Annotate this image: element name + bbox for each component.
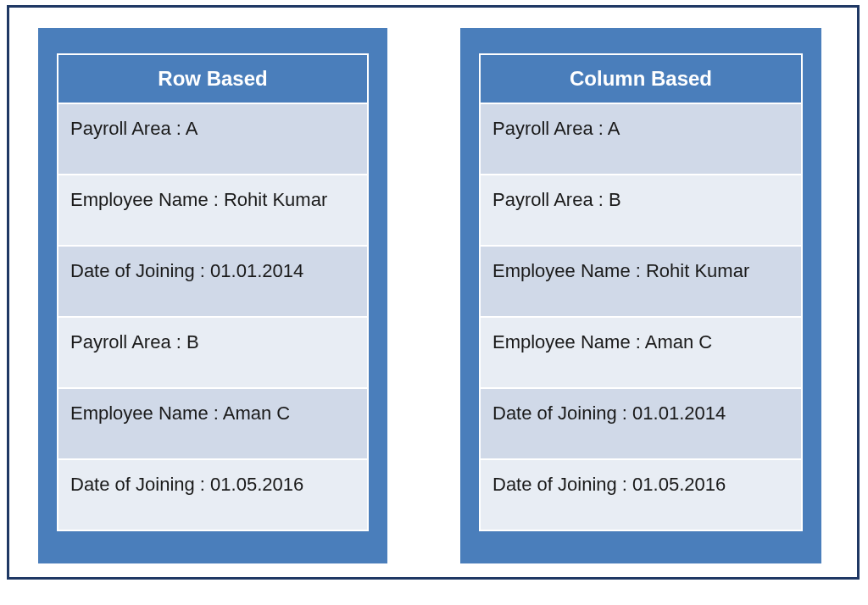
table-row: Payroll Area : B (58, 317, 368, 388)
table-row: Date of Joining : 01.05.2016 (480, 459, 802, 530)
table-row: Employee Name : Rohit Kumar (480, 246, 802, 317)
column-based-panel: Column Based Payroll Area : A Payroll Ar… (460, 28, 821, 563)
column-based-header: Column Based (480, 54, 802, 103)
table-row: Payroll Area : A (480, 103, 802, 175)
table-row: Date of Joining : 01.01.2014 (480, 388, 802, 459)
table-row: Employee Name : Rohit Kumar (58, 175, 368, 246)
panels-container: Row Based Payroll Area : A Employee Name… (9, 8, 857, 584)
table-row: Employee Name : Aman C (480, 317, 802, 388)
table-row: Payroll Area : A (58, 103, 368, 175)
row-based-panel: Row Based Payroll Area : A Employee Name… (38, 28, 387, 563)
row-based-table: Row Based Payroll Area : A Employee Name… (57, 53, 369, 531)
table-row: Payroll Area : B (480, 175, 802, 246)
table-row: Employee Name : Aman C (58, 388, 368, 459)
outer-frame: Row Based Payroll Area : A Employee Name… (7, 5, 860, 580)
column-based-table: Column Based Payroll Area : A Payroll Ar… (479, 53, 803, 531)
table-row: Date of Joining : 01.05.2016 (58, 459, 368, 530)
table-row: Date of Joining : 01.01.2014 (58, 246, 368, 317)
row-based-header: Row Based (58, 54, 368, 103)
